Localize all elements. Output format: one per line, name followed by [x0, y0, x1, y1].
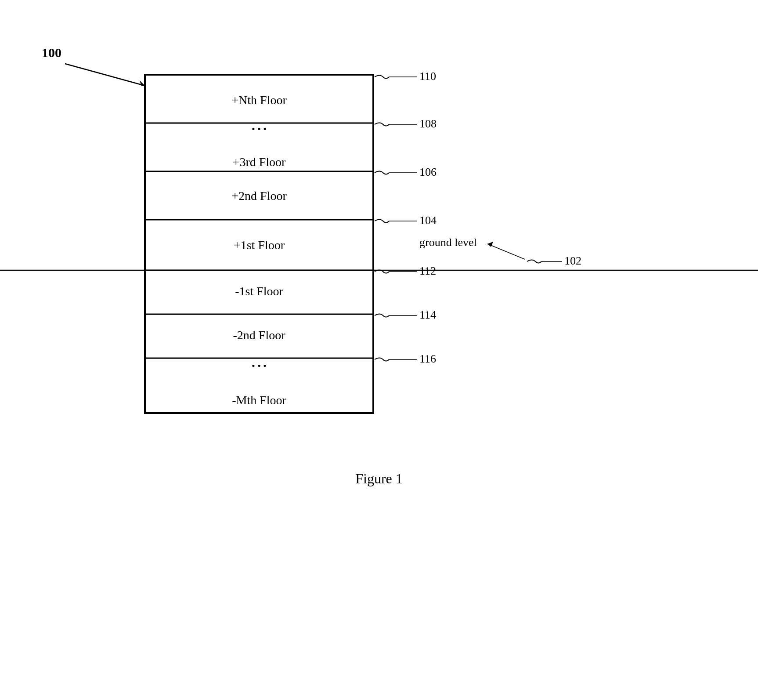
- dots-3rd: • • •: [252, 123, 267, 134]
- ref-116: 116: [419, 352, 436, 365]
- ref-102: 102: [564, 254, 581, 267]
- floor-3rd-label: +3rd Floor: [233, 155, 286, 169]
- floor-2nd-label: +2nd Floor: [231, 189, 287, 203]
- ref-112: 112: [419, 265, 436, 277]
- squiggle-104: [375, 220, 389, 223]
- floor-neg2-label: -2nd Floor: [233, 328, 286, 342]
- ground-level-text: ground level: [419, 236, 477, 249]
- squiggle-110: [375, 76, 389, 79]
- label-100: 100: [42, 45, 61, 60]
- squiggle-114: [375, 314, 389, 317]
- figure-caption: Figure 1: [355, 471, 403, 486]
- ref-104: 104: [419, 214, 437, 227]
- dots-mth: • • •: [252, 360, 267, 371]
- squiggle-116: [375, 358, 389, 361]
- ref-108: 108: [419, 117, 437, 130]
- squiggle-106: [375, 171, 389, 174]
- floor-1st-label: +1st Floor: [234, 238, 285, 252]
- ref-106: 106: [419, 166, 437, 178]
- squiggle-108: [375, 123, 389, 126]
- floor-neg1-label: -1st Floor: [235, 284, 283, 298]
- ref-114: 114: [419, 308, 436, 321]
- squiggle-102: [527, 260, 541, 263]
- floor-mth-label: -Mth Floor: [232, 393, 286, 407]
- ref-110: 110: [419, 70, 436, 83]
- floor-nth-label: +Nth Floor: [231, 93, 287, 107]
- arrow-100: [65, 64, 145, 86]
- arrow-102: [487, 244, 525, 259]
